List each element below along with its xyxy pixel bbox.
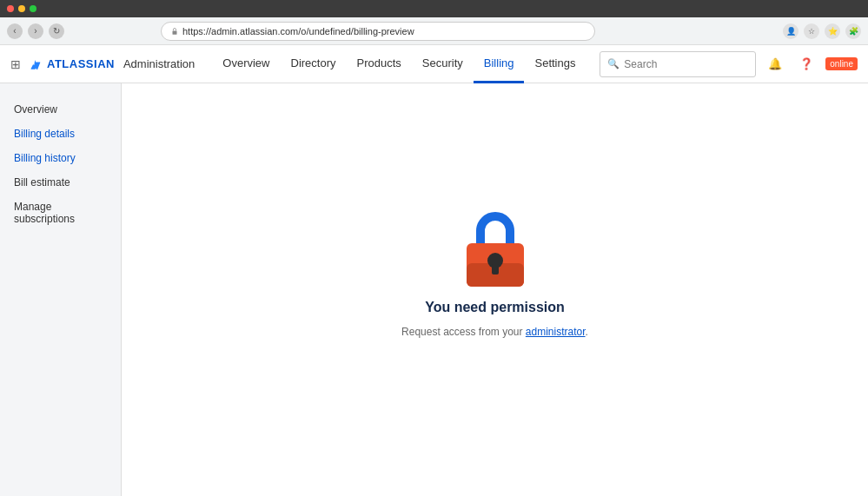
svg-rect-4 [492,264,499,274]
grid-icon[interactable]: ⊞ [10,57,21,71]
atlassian-brand-text: ATLASSIAN [47,57,115,70]
browser-extension-icon[interactable]: 🧩 [845,23,861,39]
user-avatar[interactable]: online [825,57,858,70]
svg-rect-0 [173,30,177,34]
browser-chrome [0,0,868,17]
search-icon: 🔍 [607,58,620,69]
permission-title: You need permission [425,300,565,315]
nav-item-billing[interactable]: Billing [474,45,525,83]
permission-subtitle: Request access from your administrator. [401,326,588,338]
administrator-link[interactable]: administrator [526,326,586,338]
header-left: ⊞ ATLASSIAN Administration [10,56,195,72]
sidebar-item-billing-details[interactable]: Billing details [0,122,121,146]
nav-item-directory[interactable]: Directory [281,45,347,83]
nav-item-overview[interactable]: Overview [212,45,280,83]
forward-button[interactable]: › [28,23,43,39]
browser-close-btn[interactable] [7,5,14,12]
browser-min-btn[interactable] [18,5,25,12]
lock-url-icon [170,27,179,36]
nav-item-settings[interactable]: Settings [524,45,586,83]
url-text: https://admin.atlassian.com/o/undefined/… [182,26,414,36]
back-button[interactable]: ‹ [7,23,23,39]
browser-max-btn[interactable] [30,5,36,12]
search-input[interactable] [624,58,748,70]
app-header: ⊞ ATLASSIAN Administration Overview Dire… [0,45,868,83]
administration-label: Administration [123,57,195,70]
page-layout: Overview Billing details Billing history… [0,83,868,496]
nav-item-products[interactable]: Products [347,45,412,83]
sidebar-item-bill-estimate[interactable]: Bill estimate [0,170,121,195]
lock-illustration [456,207,534,289]
browser-star-icon[interactable]: ☆ [804,23,819,39]
browser-toolbar: ‹ › ↻ https://admin.atlassian.com/o/unde… [0,17,868,45]
browser-profile-icon[interactable]: 👤 [783,23,798,39]
atlassian-logo: ATLASSIAN [28,56,115,72]
sidebar-item-manage-subscriptions[interactable]: Manage subscriptions [0,195,121,231]
sidebar: Overview Billing details Billing history… [0,83,122,496]
browser-right-icons: 👤 ☆ ⭐ 🧩 [783,23,861,39]
notifications-button[interactable]: 🔔 [763,52,787,76]
sidebar-item-billing-history[interactable]: Billing history [0,146,121,170]
permission-container: You need permission Request access from … [401,207,588,338]
header-right: 🔍 🔔 ❓ online [600,51,858,77]
url-bar[interactable]: https://admin.atlassian.com/o/undefined/… [161,22,595,41]
help-button[interactable]: ❓ [794,52,818,76]
refresh-button[interactable]: ↻ [49,23,64,39]
main-content: You need permission Request access from … [122,83,868,496]
sidebar-item-overview[interactable]: Overview [0,97,121,122]
header-nav: Overview Directory Products Security Bil… [212,45,586,83]
browser-bookmark-icon[interactable]: ⭐ [825,23,840,39]
atlassian-logo-svg [28,56,43,72]
search-box[interactable]: 🔍 [600,51,756,77]
nav-item-security[interactable]: Security [412,45,474,83]
